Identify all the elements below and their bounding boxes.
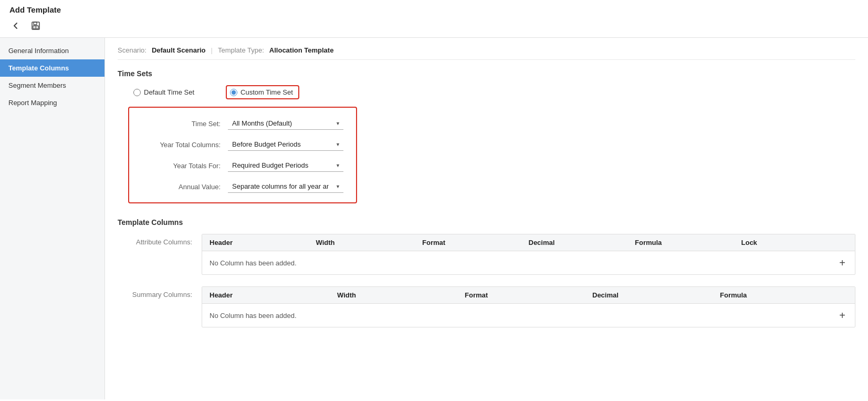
attr-col-width: Width xyxy=(316,239,423,246)
attribute-columns-subsection: Attribute Columns: Header Width Format D… xyxy=(118,234,855,275)
attribute-columns-empty: No Column has been added. + xyxy=(202,251,855,274)
sum-col-width: Width xyxy=(337,291,465,299)
breadcrumb-divider: | xyxy=(211,46,213,54)
summary-columns-label: Summary Columns: xyxy=(118,286,202,299)
sidebar-item-report-mapping[interactable]: Report Mapping xyxy=(0,94,104,111)
annual-value-select[interactable]: Separate columns for all year annual v xyxy=(228,180,343,193)
sum-col-formula: Formula xyxy=(720,291,848,299)
default-time-set-radio-label[interactable]: Default Time Set xyxy=(133,88,194,96)
attr-col-lock: Lock xyxy=(741,239,848,246)
sum-col-format: Format xyxy=(465,291,592,299)
attribute-columns-row: Attribute Columns: Header Width Format D… xyxy=(118,234,855,275)
attribute-columns-empty-message: No Column has been added. xyxy=(210,259,297,267)
summary-columns-row: Summary Columns: Header Width Format Dec… xyxy=(118,286,855,327)
year-totals-for-row: Year Totals For: Required Budget Periods xyxy=(142,159,343,172)
time-sets-title: Time Sets xyxy=(118,69,855,78)
scenario-label: Scenario: xyxy=(118,46,147,54)
svg-rect-2 xyxy=(33,26,38,29)
main-layout: General Information Template Columns Seg… xyxy=(0,38,868,399)
template-columns-section: Template Columns Attribute Columns: Head… xyxy=(118,218,855,327)
sidebar-item-general-information[interactable]: General Information xyxy=(0,42,104,59)
template-columns-title: Template Columns xyxy=(118,218,855,227)
year-total-columns-select-wrapper: Before Budget Periods xyxy=(228,138,343,151)
default-time-set-radio[interactable] xyxy=(133,89,141,96)
add-summary-column-button[interactable]: + xyxy=(837,310,848,321)
custom-time-set-radio[interactable] xyxy=(230,89,237,96)
sum-col-decimal: Decimal xyxy=(592,291,720,299)
annual-value-select-wrapper: Separate columns for all year annual v xyxy=(228,180,343,193)
back-button[interactable] xyxy=(9,19,22,32)
summary-columns-subsection: Summary Columns: Header Width Format Dec… xyxy=(118,286,855,327)
year-total-columns-label: Year Total Columns: xyxy=(142,141,221,149)
annual-value-row: Annual Value: Separate columns for all y… xyxy=(142,180,343,193)
time-set-select-wrapper: All Months (Default) xyxy=(228,117,343,130)
attr-col-formula: Formula xyxy=(635,239,741,246)
summary-columns-table: Header Width Format Decimal Formula No C… xyxy=(202,286,855,327)
custom-time-set-label: Custom Time Set xyxy=(240,88,293,96)
summary-columns-empty-message: No Column has been added. xyxy=(210,312,297,320)
add-attribute-column-button[interactable]: + xyxy=(837,258,848,268)
save-button[interactable] xyxy=(29,19,42,32)
year-total-columns-row: Year Total Columns: Before Budget Period… xyxy=(142,138,343,151)
custom-time-set-radio-label[interactable]: Custom Time Set xyxy=(230,88,293,96)
year-totals-for-select-wrapper: Required Budget Periods xyxy=(228,159,343,172)
custom-time-set-box: Custom Time Set xyxy=(226,85,299,99)
toolbar xyxy=(9,17,859,34)
template-type-value: Allocation Template xyxy=(269,46,334,54)
attribute-columns-header: Header Width Format Decimal Formula Lock xyxy=(202,234,855,251)
sidebar-item-segment-members[interactable]: Segment Members xyxy=(0,77,104,94)
summary-columns-empty: No Column has been added. + xyxy=(202,304,855,327)
app-title: Add Template xyxy=(9,5,859,14)
scenario-value: Default Scenario xyxy=(152,46,206,54)
annual-value-label: Annual Value: xyxy=(142,183,221,191)
attribute-columns-label: Attribute Columns: xyxy=(118,234,202,246)
attr-col-format: Format xyxy=(422,239,529,246)
time-set-label: Time Set: xyxy=(142,120,221,128)
time-set-row: Time Set: All Months (Default) xyxy=(142,117,343,130)
breadcrumb: Scenario: Default Scenario | Template Ty… xyxy=(118,46,855,60)
radio-row: Default Time Set Custom Time Set xyxy=(118,85,855,99)
year-totals-for-label: Year Totals For: xyxy=(142,162,221,170)
summary-columns-header: Header Width Format Decimal Formula xyxy=(202,287,855,304)
app-header: Add Template xyxy=(0,0,868,38)
default-time-set-label: Default Time Set xyxy=(144,88,194,96)
year-totals-for-select[interactable]: Required Budget Periods xyxy=(228,159,343,172)
attr-col-header: Header xyxy=(210,239,316,246)
sidebar: General Information Template Columns Seg… xyxy=(0,38,105,399)
time-sets-section: Time Sets Default Time Set Custom Time S… xyxy=(118,69,855,203)
sidebar-item-template-columns[interactable]: Template Columns xyxy=(0,59,104,77)
time-set-select[interactable]: All Months (Default) xyxy=(228,117,343,130)
attr-col-decimal: Decimal xyxy=(529,239,635,246)
template-type-label: Template Type: xyxy=(218,46,264,54)
time-set-form-box: Time Set: All Months (Default) Year Tota… xyxy=(128,107,357,203)
attribute-columns-table: Header Width Format Decimal Formula Lock… xyxy=(202,234,855,275)
main-content: Scenario: Default Scenario | Template Ty… xyxy=(105,38,868,399)
sum-col-header: Header xyxy=(210,291,337,299)
year-total-columns-select[interactable]: Before Budget Periods xyxy=(228,138,343,151)
